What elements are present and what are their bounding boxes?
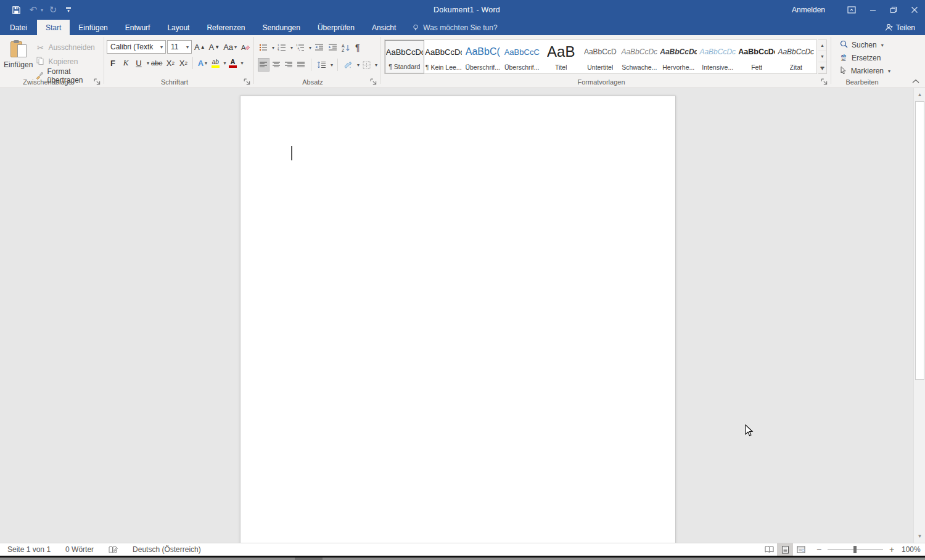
tab-entwurf[interactable]: Entwurf (117, 20, 159, 35)
style-ueberschrift-2[interactable]: AaBbCcC Überschrif... (503, 40, 542, 73)
scroll-up-icon[interactable]: ▲ (915, 89, 925, 100)
borders-dropdown-icon[interactable]: ▾ (375, 62, 377, 68)
align-left-button[interactable] (258, 58, 269, 72)
save-icon[interactable] (9, 3, 23, 17)
close-button[interactable] (904, 0, 925, 20)
bullets-button[interactable] (258, 41, 269, 54)
font-dialog-launcher-icon[interactable] (244, 78, 251, 86)
style-intensive-hervorhebung[interactable]: AaBbCcDc Intensive... (698, 40, 738, 73)
italic-button[interactable]: K (120, 56, 132, 70)
tell-me-box[interactable]: Was möchten Sie tun? (405, 20, 504, 35)
customize-qat-icon[interactable]: ▾ (63, 7, 74, 12)
zoom-out-button[interactable]: − (815, 545, 823, 554)
tab-datei[interactable]: Datei (0, 20, 37, 35)
zoom-slider-thumb[interactable] (853, 546, 857, 553)
increase-indent-button[interactable] (327, 41, 339, 54)
paragraph-dialog-launcher-icon[interactable] (370, 78, 377, 86)
change-case-button[interactable]: Aa▾ (222, 40, 238, 54)
align-center-button[interactable] (271, 58, 282, 72)
style-fett[interactable]: AaBbCcDc Fett (738, 40, 777, 73)
shading-button[interactable] (342, 58, 354, 72)
sort-button[interactable]: AZ (340, 41, 352, 54)
font-size-combo[interactable]: 11 ▾ (167, 40, 192, 54)
font-color-dropdown-icon[interactable]: ▾ (240, 60, 243, 66)
print-layout-button[interactable] (777, 543, 793, 556)
web-layout-button[interactable] (793, 543, 809, 556)
read-mode-button[interactable] (761, 543, 777, 556)
document-area[interactable] (0, 88, 913, 543)
grow-font-button[interactable]: A▲ (193, 40, 207, 54)
document-page[interactable] (240, 96, 676, 543)
sign-in-button[interactable]: Anmelden (792, 6, 825, 14)
bold-button[interactable]: F (107, 56, 119, 70)
numbering-button[interactable]: 123 (276, 41, 287, 54)
style-standard[interactable]: AaBbCcDc ¶ Standard (385, 40, 424, 73)
style-kein-leerraum[interactable]: AaBbCcDc ¶ Kein Lee... (424, 40, 464, 73)
style-ueberschrift-1[interactable]: AaBbC( Überschrif... (463, 40, 503, 73)
language-indicator[interactable]: Deutsch (Österreich) (125, 545, 208, 554)
subscript-button[interactable]: X2 (164, 56, 176, 70)
clear-formatting-button[interactable]: A (239, 40, 252, 54)
copy-button[interactable]: Kopieren (33, 56, 104, 67)
underline-dropdown-icon[interactable]: ▾ (147, 60, 149, 66)
multilevel-list-button[interactable]: 1ai (295, 41, 306, 54)
find-button[interactable]: Suchen ▾ (836, 39, 893, 51)
restore-button[interactable] (883, 0, 904, 20)
decrease-indent-button[interactable] (313, 41, 325, 54)
tab-einfuegen[interactable]: Einfügen (70, 20, 116, 35)
ribbon-display-options-icon[interactable] (841, 0, 862, 20)
text-effects-button[interactable]: A▾ (196, 56, 208, 70)
shrink-font-button[interactable]: A▼ (208, 40, 221, 54)
align-right-button[interactable] (284, 58, 294, 72)
tab-referenzen[interactable]: Referenzen (198, 20, 253, 35)
select-button[interactable]: Markieren ▾ (836, 65, 893, 76)
styles-scroll-up-icon[interactable]: ▲ (818, 40, 826, 51)
style-titel[interactable]: AaB Titel (541, 40, 581, 73)
justify-button[interactable] (296, 58, 306, 72)
word-count[interactable]: 0 Wörter (58, 545, 101, 554)
highlight-color-button[interactable]: ab (209, 56, 221, 70)
style-schwache-hervorhebung[interactable]: AaBbCcDc Schwache... (620, 40, 659, 73)
bullets-dropdown-icon[interactable]: ▾ (272, 45, 274, 51)
redo-icon[interactable]: ↻ (46, 3, 60, 17)
select-dropdown-icon[interactable]: ▾ (888, 68, 890, 74)
borders-button[interactable] (361, 58, 372, 72)
clipboard-dialog-launcher-icon[interactable] (94, 78, 101, 86)
minimize-button[interactable] (862, 0, 883, 20)
cut-button[interactable]: ✂ Ausschneiden (33, 42, 104, 53)
collapse-ribbon-icon[interactable] (911, 78, 920, 85)
style-hervorhebung[interactable]: AaBbCcDc Hervorhe... (659, 40, 699, 73)
replace-button[interactable]: ab ac Ersetzen (836, 52, 893, 64)
styles-scroll-down-icon[interactable]: ▼ (818, 51, 826, 62)
zoom-slider[interactable] (828, 543, 883, 556)
line-spacing-button[interactable] (316, 58, 327, 72)
vertical-scrollbar[interactable]: ▲ ▼ (913, 88, 925, 543)
tab-ansicht[interactable]: Ansicht (363, 20, 405, 35)
highlight-dropdown-icon[interactable]: ▾ (223, 60, 226, 66)
show-formatting-marks-button[interactable]: ¶ (354, 41, 361, 54)
style-untertitel[interactable]: AaBbCcD Untertitel (581, 40, 620, 73)
font-size-dropdown-icon[interactable]: ▾ (183, 44, 191, 50)
tab-layout[interactable]: Layout (158, 20, 198, 35)
underline-button[interactable]: U (133, 56, 145, 70)
undo-dropdown-icon[interactable]: ▾ (41, 7, 43, 13)
font-color-button[interactable]: A (226, 56, 239, 70)
tab-sendungen[interactable]: Sendungen (254, 20, 309, 35)
tab-start[interactable]: Start (37, 20, 70, 35)
style-zitat[interactable]: AaBbCcDc Zitat (776, 40, 816, 73)
undo-icon[interactable]: ↶ (26, 3, 41, 17)
font-name-combo[interactable]: Calibri (Textk ▾ (107, 40, 166, 54)
multilevel-dropdown-icon[interactable]: ▾ (309, 45, 311, 51)
share-button[interactable]: Teilen (875, 20, 925, 35)
tab-ueberpruefen[interactable]: Überprüfen (309, 20, 363, 35)
superscript-button[interactable]: X2 (177, 56, 189, 70)
styles-more-icon[interactable]: ▬▼ (818, 62, 826, 73)
shading-dropdown-icon[interactable]: ▾ (357, 62, 360, 68)
page-indicator[interactable]: Seite 1 von 1 (0, 545, 58, 554)
zoom-percentage[interactable]: 100% (902, 545, 925, 554)
scrollbar-thumb[interactable] (915, 101, 924, 380)
styles-dialog-launcher-icon[interactable] (821, 78, 828, 86)
zoom-in-button[interactable]: + (888, 545, 895, 554)
strikethrough-button[interactable]: abe (150, 56, 163, 70)
numbering-dropdown-icon[interactable]: ▾ (290, 45, 293, 51)
